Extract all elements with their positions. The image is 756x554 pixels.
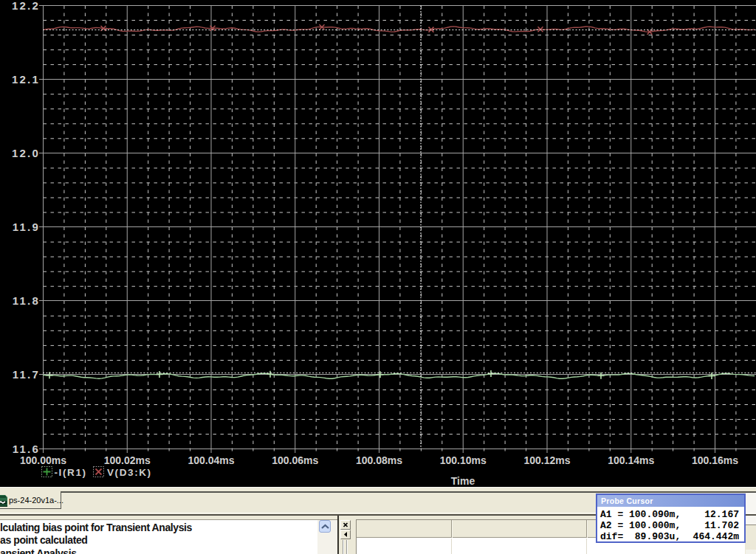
svg-text:Time: Time	[451, 475, 475, 487]
svg-text:11.8: 11.8	[13, 294, 40, 307]
svg-text:12.2: 12.2	[12, 0, 40, 12]
svg-text:11.6: 11.6	[13, 443, 40, 455]
svg-text:12.0: 12.0	[12, 147, 40, 159]
svg-text:100.12ms: 100.12ms	[523, 454, 570, 466]
svg-text:100.00ms: 100.00ms	[20, 454, 66, 466]
svg-text:100.02ms: 100.02ms	[104, 454, 151, 466]
svg-text:12.1: 12.1	[12, 73, 40, 86]
svg-text:100.08ms: 100.08ms	[356, 454, 402, 466]
svg-text:V(D3:K): V(D3:K)	[107, 467, 152, 478]
svg-text:100.16ms: 100.16ms	[692, 454, 738, 466]
svg-text:11.9: 11.9	[13, 221, 40, 233]
svg-text:100.14ms: 100.14ms	[608, 454, 654, 466]
svg-text:-I(R1): -I(R1)	[55, 467, 87, 478]
svg-text:100.10ms: 100.10ms	[440, 454, 487, 466]
svg-text:11.7: 11.7	[13, 368, 40, 381]
svg-text:100.06ms: 100.06ms	[272, 454, 318, 466]
svg-text:100.04ms: 100.04ms	[188, 454, 234, 466]
